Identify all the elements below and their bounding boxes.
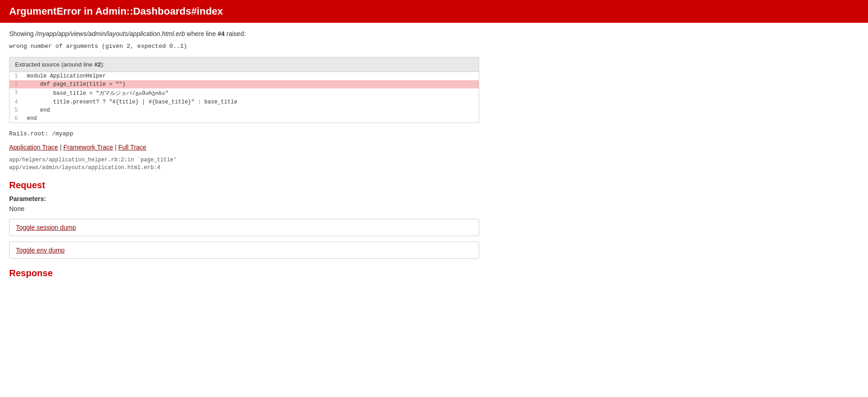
line-code: module ApplicationHelper (23, 72, 479, 80)
showing-raised: raised: (225, 30, 246, 37)
line-code: title.present? ? "#{title} | #{base_titl… (23, 98, 479, 106)
params-value: None (9, 205, 859, 212)
line-number: 5 (10, 106, 23, 114)
toggle-session-box: Toggle session dump (9, 219, 479, 236)
line-number: 6 (10, 114, 23, 123)
trace-item-link[interactable]: app/views/admin/layouts/application.html… (9, 165, 160, 171)
trace-separator-1: | (58, 144, 63, 151)
trace-item-link[interactable]: app/helpers/application_helper.rb:2:in `… (9, 157, 177, 163)
trace-list: app/helpers/application_helper.rb:2:in `… (9, 155, 859, 171)
extracted-line: #2 (94, 61, 100, 68)
framework-trace-link[interactable]: Framework Trace (63, 144, 113, 151)
rails-root: Rails.root: /myapp (9, 130, 859, 137)
showing-suffix: where line (185, 30, 218, 37)
error-filepath: /myapp/app/views/admin/layouts/applicati… (36, 30, 185, 37)
error-title: ArgumentError in Admin::Dashboards#index (9, 5, 859, 17)
toggle-env-box: Toggle env dump (9, 242, 479, 259)
error-header: ArgumentError in Admin::Dashboards#index (0, 0, 868, 23)
code-line: 3 base_title = "ガマルジョバ/გამარჯობა" (10, 88, 479, 98)
code-line: 1module ApplicationHelper (10, 72, 479, 80)
showing-line: Showing /myapp/app/views/admin/layouts/a… (9, 30, 859, 37)
extracted-source-box: Extracted source (around line #2): 1modu… (9, 57, 479, 123)
toggle-session-link[interactable]: Toggle session dump (10, 219, 479, 236)
line-code: end (23, 106, 479, 114)
error-line: #4 (218, 30, 225, 37)
line-number: 4 (10, 98, 23, 106)
toggle-env-link[interactable]: Toggle env dump (10, 242, 479, 258)
line-code: base_title = "ガマルジョバ/გამარჯობა" (23, 88, 479, 98)
response-section-title: Response (9, 268, 859, 278)
code-line: 2 def page_title(title = "") (10, 80, 479, 88)
code-line: 5 end (10, 106, 479, 114)
rails-root-value: /myapp (52, 130, 73, 137)
code-line: 6end (10, 114, 479, 123)
extracted-label-suffix: ): (101, 61, 105, 68)
line-number: 1 (10, 72, 23, 80)
line-code: end (23, 114, 479, 123)
main-content: Showing /myapp/app/views/admin/layouts/a… (0, 23, 868, 290)
error-message: wrong number of arguments (given 2, expe… (9, 43, 859, 50)
trace-item: app/helpers/application_helper.rb:2:in `… (9, 155, 859, 163)
trace-links: Application Trace | Framework Trace | Fu… (9, 144, 859, 151)
trace-item: app/views/admin/layouts/application.html… (9, 163, 859, 171)
params-label: Parameters: (9, 195, 859, 202)
extracted-label: Extracted source (around line (15, 61, 94, 68)
request-section-title: Request (9, 180, 859, 191)
code-table: 1module ApplicationHelper2 def page_titl… (10, 72, 479, 123)
full-trace-link[interactable]: Full Trace (118, 144, 146, 151)
rails-root-label: Rails.root: (9, 130, 52, 137)
trace-separator-2: | (113, 144, 118, 151)
showing-prefix: Showing (9, 30, 36, 37)
code-line: 4 title.present? ? "#{title} | #{base_ti… (10, 98, 479, 106)
line-code: def page_title(title = "") (23, 80, 479, 88)
line-number: 3 (10, 88, 23, 98)
extracted-source-header: Extracted source (around line #2): (10, 57, 479, 72)
application-trace-link[interactable]: Application Trace (9, 144, 58, 151)
line-number: 2 (10, 80, 23, 88)
